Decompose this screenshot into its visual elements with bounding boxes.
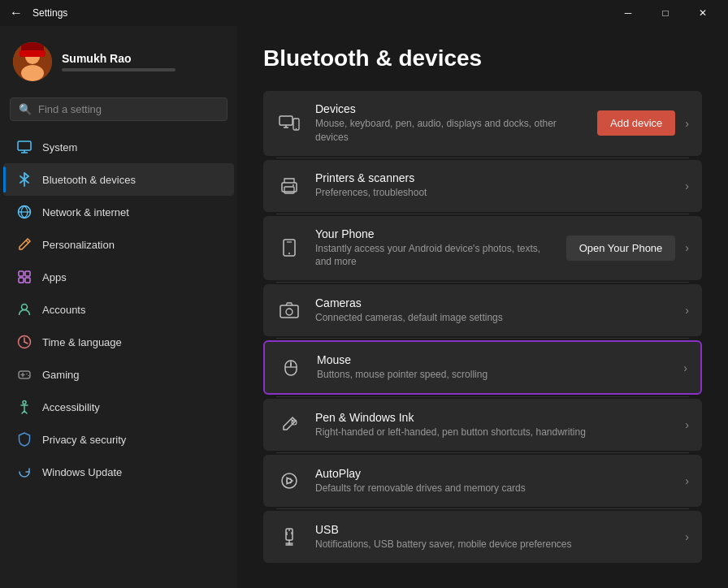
- avatar-image: [13, 42, 52, 81]
- svg-point-44: [282, 473, 297, 488]
- settings-item-printers[interactable]: Printers & scanners Preferences, trouble…: [263, 160, 702, 212]
- divider-1: [276, 158, 689, 158]
- title-bar-title: Settings: [32, 7, 67, 19]
- add-device-button[interactable]: Add device: [597, 110, 675, 136]
- apps-icon: [16, 269, 32, 285]
- phone-title: Your Phone: [315, 227, 553, 240]
- mouse-desc: Buttons, mouse pointer speed, scrolling: [317, 368, 670, 382]
- usb-action: ›: [685, 530, 689, 543]
- autoplay-chevron: ›: [685, 474, 689, 487]
- settings-item-usb[interactable]: USB Notifications, USB battery saver, mo…: [263, 511, 702, 563]
- maximize-button[interactable]: □: [647, 0, 684, 26]
- cameras-action: ›: [685, 304, 689, 317]
- close-button[interactable]: ✕: [684, 0, 722, 26]
- cameras-desc: Connected cameras, default image setting…: [315, 311, 672, 325]
- divider-2: [276, 214, 689, 214]
- svg-rect-31: [284, 187, 294, 193]
- user-profile[interactable]: Sumukh Rao: [0, 32, 237, 94]
- sidebar-item-personalization[interactable]: Personalization: [3, 228, 234, 261]
- divider-3: [276, 282, 689, 283]
- printers-icon: [276, 173, 302, 199]
- printers-title: Printers & scanners: [315, 171, 672, 184]
- sidebar-item-privacy[interactable]: Privacy & security: [3, 423, 234, 456]
- sidebar-item-system[interactable]: System: [3, 131, 234, 163]
- minimize-button[interactable]: ─: [609, 0, 647, 26]
- svg-rect-13: [19, 278, 24, 283]
- devices-text: Devices Mouse, keyboard, pen, audio, dis…: [315, 102, 584, 145]
- mouse-text: Mouse Buttons, mouse pointer speed, scro…: [317, 353, 670, 382]
- phone-text: Your Phone Instantly access your Android…: [315, 227, 553, 270]
- autoplay-text: AutoPlay Defaults for removable drives a…: [315, 467, 672, 495]
- svg-rect-11: [19, 271, 24, 276]
- settings-item-cameras[interactable]: Cameras Connected cameras, default image…: [263, 284, 702, 336]
- devices-icon: [276, 110, 302, 136]
- sidebar-item-label-system: System: [42, 141, 77, 153]
- divider-4: [276, 338, 689, 339]
- bluetooth-icon: [16, 171, 32, 188]
- printers-desc: Preferences, troubleshoot: [315, 186, 672, 200]
- sidebar-item-network[interactable]: Network & internet: [3, 196, 234, 228]
- sidebar-item-apps[interactable]: Apps: [3, 261, 234, 293]
- phone-action: Open Your Phone ›: [566, 236, 689, 261]
- mouse-action: ›: [683, 361, 687, 374]
- svg-point-37: [286, 309, 292, 315]
- phone-icon: [276, 235, 302, 261]
- accounts-icon: [16, 301, 32, 318]
- sidebar-item-update[interactable]: Windows Update: [3, 456, 234, 488]
- open-phone-button[interactable]: Open Your Phone: [566, 236, 676, 261]
- sidebar-item-bluetooth[interactable]: Bluetooth & devices: [3, 163, 234, 196]
- autoplay-desc: Defaults for removable drives and memory…: [315, 482, 672, 495]
- svg-point-24: [23, 401, 26, 404]
- sidebar-item-accessibility[interactable]: Accessibility: [3, 391, 234, 423]
- main-content: Bluetooth & devices Devices Mouse, keybo…: [237, 26, 728, 588]
- sidebar-item-time[interactable]: Time & language: [3, 326, 234, 358]
- privacy-icon: [16, 431, 32, 447]
- cameras-icon: [276, 297, 302, 323]
- sidebar-item-gaming[interactable]: Gaming: [3, 358, 234, 391]
- title-bar-left: ← Settings: [6, 2, 67, 24]
- accessibility-icon: [16, 399, 32, 415]
- user-info: Sumukh Rao: [62, 52, 176, 71]
- svg-point-34: [288, 253, 290, 254]
- title-bar: ← Settings ─ □ ✕: [0, 0, 728, 26]
- sidebar-item-label-apps: Apps: [42, 271, 67, 283]
- search-input[interactable]: [38, 103, 219, 115]
- sidebar-item-label-accessibility: Accessibility: [42, 401, 100, 413]
- usb-icon: [276, 524, 302, 550]
- cameras-text: Cameras Connected cameras, default image…: [315, 296, 672, 325]
- usb-title: USB: [315, 523, 672, 536]
- sidebar-item-accounts[interactable]: Accounts: [3, 293, 234, 326]
- usb-desc: Notifications, USB battery saver, mobile…: [315, 538, 672, 551]
- sidebar-item-label-privacy: Privacy & security: [42, 434, 126, 446]
- pen-icon: [276, 412, 302, 438]
- user-name: Sumukh Rao: [62, 52, 176, 65]
- divider-6: [276, 452, 689, 453]
- pen-title: Pen & Windows Ink: [315, 411, 672, 424]
- settings-item-devices[interactable]: Devices Mouse, keyboard, pen, audio, dis…: [263, 91, 702, 156]
- divider-7: [276, 508, 689, 509]
- sidebar-item-label-network: Network & internet: [42, 206, 129, 218]
- pen-text: Pen & Windows Ink Right-handed or left-h…: [315, 411, 672, 439]
- svg-point-2: [21, 65, 44, 81]
- settings-item-phone[interactable]: Your Phone Instantly access your Android…: [263, 216, 702, 281]
- svg-rect-14: [25, 278, 30, 283]
- pen-desc: Right-handed or left-handed, pen button …: [315, 426, 672, 439]
- sidebar-item-label-gaming: Gaming: [42, 369, 80, 381]
- usb-chevron: ›: [685, 530, 689, 543]
- mouse-icon: [278, 355, 304, 381]
- cameras-chevron: ›: [685, 304, 689, 317]
- autoplay-action: ›: [685, 474, 689, 487]
- devices-title: Devices: [315, 102, 584, 115]
- settings-item-autoplay[interactable]: AutoPlay Defaults for removable drives a…: [263, 455, 702, 507]
- search-container: 🔍: [0, 94, 237, 131]
- pen-action: ›: [685, 418, 689, 431]
- page-title: Bluetooth & devices: [263, 45, 702, 71]
- search-box: 🔍: [10, 97, 228, 121]
- back-button[interactable]: ←: [6, 2, 26, 24]
- settings-item-mouse[interactable]: Mouse Buttons, mouse pointer speed, scro…: [263, 340, 702, 395]
- autoplay-icon: [276, 468, 302, 494]
- printers-text: Printers & scanners Preferences, trouble…: [315, 171, 672, 200]
- settings-item-pen[interactable]: Pen & Windows Ink Right-handed or left-h…: [263, 399, 702, 451]
- avatar: [13, 42, 52, 81]
- mouse-chevron: ›: [683, 361, 687, 374]
